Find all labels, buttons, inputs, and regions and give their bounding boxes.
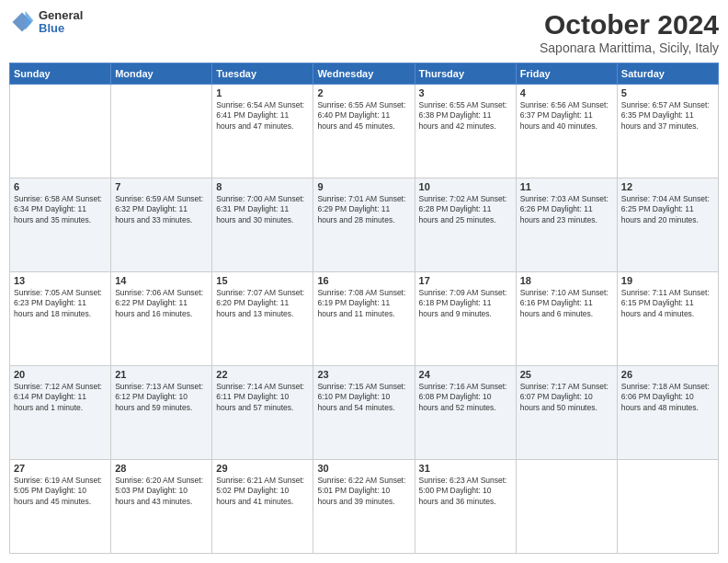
calendar-cell: 13Sunrise: 7:05 AM Sunset: 6:23 PM Dayli… — [10, 272, 111, 366]
calendar-cell: 4Sunrise: 6:56 AM Sunset: 6:37 PM Daylig… — [516, 85, 617, 178]
day-number: 17 — [419, 275, 512, 286]
cell-text: Sunrise: 6:22 AM Sunset: 5:01 PM Dayligh… — [317, 476, 410, 507]
cell-text: Sunrise: 6:19 AM Sunset: 5:05 PM Dayligh… — [14, 476, 107, 507]
cell-text: Sunrise: 7:14 AM Sunset: 6:11 PM Dayligh… — [216, 382, 309, 413]
day-number: 22 — [216, 369, 309, 380]
day-number: 8 — [216, 181, 309, 192]
cell-text: Sunrise: 7:08 AM Sunset: 6:19 PM Dayligh… — [317, 288, 410, 319]
day-number: 2 — [317, 87, 410, 98]
calendar-day-header: Monday — [111, 63, 212, 85]
calendar-cell: 15Sunrise: 7:07 AM Sunset: 6:20 PM Dayli… — [212, 272, 313, 366]
cell-text: Sunrise: 6:55 AM Sunset: 6:40 PM Dayligh… — [317, 100, 410, 132]
month-title: October 2024 — [540, 9, 719, 40]
cell-text: Sunrise: 7:12 AM Sunset: 6:14 PM Dayligh… — [14, 382, 107, 413]
calendar-day-header: Sunday — [10, 63, 111, 85]
calendar-header-row: SundayMondayTuesdayWednesdayThursdayFrid… — [10, 63, 719, 85]
svg-marker-1 — [26, 11, 34, 30]
day-number: 1 — [216, 87, 309, 98]
cell-text: Sunrise: 6:58 AM Sunset: 6:34 PM Dayligh… — [14, 194, 107, 225]
calendar-cell: 26Sunrise: 7:18 AM Sunset: 6:06 PM Dayli… — [617, 366, 718, 460]
day-number: 13 — [14, 275, 107, 286]
calendar-week-row: 27Sunrise: 6:19 AM Sunset: 5:05 PM Dayli… — [10, 460, 719, 554]
calendar-day-header: Wednesday — [313, 63, 415, 85]
day-number: 15 — [216, 275, 309, 286]
cell-text: Sunrise: 6:56 AM Sunset: 6:37 PM Dayligh… — [520, 100, 613, 132]
calendar-cell: 16Sunrise: 7:08 AM Sunset: 6:19 PM Dayli… — [313, 272, 415, 366]
cell-text: Sunrise: 7:09 AM Sunset: 6:18 PM Dayligh… — [419, 288, 512, 319]
calendar-week-row: 1Sunrise: 6:54 AM Sunset: 6:41 PM Daylig… — [10, 85, 719, 178]
subtitle: Saponara Marittima, Sicily, Italy — [540, 40, 719, 55]
day-number: 23 — [317, 369, 410, 380]
calendar-cell: 19Sunrise: 7:11 AM Sunset: 6:15 PM Dayli… — [617, 272, 718, 366]
day-number: 21 — [115, 369, 208, 380]
calendar-cell: 22Sunrise: 7:14 AM Sunset: 6:11 PM Dayli… — [212, 366, 313, 460]
calendar-cell: 31Sunrise: 6:23 AM Sunset: 5:00 PM Dayli… — [415, 460, 516, 554]
calendar-cell: 21Sunrise: 7:13 AM Sunset: 6:12 PM Dayli… — [111, 366, 212, 460]
day-number: 11 — [520, 181, 613, 192]
cell-text: Sunrise: 6:54 AM Sunset: 6:41 PM Dayligh… — [216, 100, 309, 132]
page: General Blue October 2024 Saponara Marit… — [0, 0, 728, 563]
cell-text: Sunrise: 7:15 AM Sunset: 6:10 PM Dayligh… — [317, 382, 410, 413]
cell-text: Sunrise: 7:05 AM Sunset: 6:23 PM Dayligh… — [14, 288, 107, 319]
calendar-cell: 27Sunrise: 6:19 AM Sunset: 5:05 PM Dayli… — [10, 460, 111, 554]
cell-text: Sunrise: 7:00 AM Sunset: 6:31 PM Dayligh… — [216, 194, 309, 225]
cell-text: Sunrise: 7:13 AM Sunset: 6:12 PM Dayligh… — [115, 382, 208, 413]
calendar-cell: 17Sunrise: 7:09 AM Sunset: 6:18 PM Dayli… — [415, 272, 516, 366]
day-number: 5 — [621, 87, 714, 98]
cell-text: Sunrise: 6:59 AM Sunset: 6:32 PM Dayligh… — [115, 194, 208, 225]
calendar-cell: 29Sunrise: 6:21 AM Sunset: 5:02 PM Dayli… — [212, 460, 313, 554]
cell-text: Sunrise: 7:07 AM Sunset: 6:20 PM Dayligh… — [216, 288, 309, 319]
calendar-cell — [516, 460, 617, 554]
calendar-cell: 18Sunrise: 7:10 AM Sunset: 6:16 PM Dayli… — [516, 272, 617, 366]
calendar-cell: 10Sunrise: 7:02 AM Sunset: 6:28 PM Dayli… — [415, 178, 516, 272]
title-block: October 2024 Saponara Marittima, Sicily,… — [540, 9, 719, 55]
day-number: 25 — [520, 369, 613, 380]
header: General Blue October 2024 Saponara Marit… — [9, 9, 719, 55]
calendar-table: SundayMondayTuesdayWednesdayThursdayFrid… — [9, 63, 719, 554]
calendar-cell: 5Sunrise: 6:57 AM Sunset: 6:35 PM Daylig… — [617, 85, 718, 178]
calendar-cell: 20Sunrise: 7:12 AM Sunset: 6:14 PM Dayli… — [10, 366, 111, 460]
cell-text: Sunrise: 6:55 AM Sunset: 6:38 PM Dayligh… — [419, 100, 512, 132]
logo-blue: Blue — [39, 22, 83, 35]
cell-text: Sunrise: 7:11 AM Sunset: 6:15 PM Dayligh… — [621, 288, 714, 319]
calendar-cell — [10, 85, 111, 178]
calendar-cell: 6Sunrise: 6:58 AM Sunset: 6:34 PM Daylig… — [10, 178, 111, 272]
calendar-day-header: Tuesday — [212, 63, 313, 85]
calendar-week-row: 20Sunrise: 7:12 AM Sunset: 6:14 PM Dayli… — [10, 366, 719, 460]
calendar-cell: 2Sunrise: 6:55 AM Sunset: 6:40 PM Daylig… — [313, 85, 415, 178]
day-number: 6 — [14, 181, 107, 192]
logo-text: General Blue — [39, 9, 83, 36]
calendar-cell: 9Sunrise: 7:01 AM Sunset: 6:29 PM Daylig… — [313, 178, 415, 272]
calendar-day-header: Thursday — [415, 63, 516, 85]
day-number: 27 — [14, 463, 107, 474]
cell-text: Sunrise: 7:02 AM Sunset: 6:28 PM Dayligh… — [419, 194, 512, 225]
day-number: 31 — [419, 463, 512, 474]
cell-text: Sunrise: 7:17 AM Sunset: 6:07 PM Dayligh… — [520, 382, 613, 413]
day-number: 14 — [115, 275, 208, 286]
calendar-cell: 24Sunrise: 7:16 AM Sunset: 6:08 PM Dayli… — [415, 366, 516, 460]
calendar-cell: 7Sunrise: 6:59 AM Sunset: 6:32 PM Daylig… — [111, 178, 212, 272]
calendar-cell: 25Sunrise: 7:17 AM Sunset: 6:07 PM Dayli… — [516, 366, 617, 460]
calendar-cell: 30Sunrise: 6:22 AM Sunset: 5:01 PM Dayli… — [313, 460, 415, 554]
calendar-cell — [111, 85, 212, 178]
calendar-cell: 8Sunrise: 7:00 AM Sunset: 6:31 PM Daylig… — [212, 178, 313, 272]
cell-text: Sunrise: 7:03 AM Sunset: 6:26 PM Dayligh… — [520, 194, 613, 225]
logo-icon — [9, 9, 35, 35]
cell-text: Sunrise: 7:16 AM Sunset: 6:08 PM Dayligh… — [419, 382, 512, 413]
day-number: 9 — [317, 181, 410, 192]
day-number: 12 — [621, 181, 714, 192]
calendar-cell: 12Sunrise: 7:04 AM Sunset: 6:25 PM Dayli… — [617, 178, 718, 272]
calendar-cell: 3Sunrise: 6:55 AM Sunset: 6:38 PM Daylig… — [415, 85, 516, 178]
calendar-cell: 11Sunrise: 7:03 AM Sunset: 6:26 PM Dayli… — [516, 178, 617, 272]
day-number: 18 — [520, 275, 613, 286]
calendar-day-header: Saturday — [617, 63, 718, 85]
day-number: 3 — [419, 87, 512, 98]
cell-text: Sunrise: 7:01 AM Sunset: 6:29 PM Dayligh… — [317, 194, 410, 225]
calendar-week-row: 13Sunrise: 7:05 AM Sunset: 6:23 PM Dayli… — [10, 272, 719, 366]
calendar-day-header: Friday — [516, 63, 617, 85]
cell-text: Sunrise: 7:10 AM Sunset: 6:16 PM Dayligh… — [520, 288, 613, 319]
cell-text: Sunrise: 7:06 AM Sunset: 6:22 PM Dayligh… — [115, 288, 208, 319]
cell-text: Sunrise: 6:21 AM Sunset: 5:02 PM Dayligh… — [216, 476, 309, 507]
logo: General Blue — [9, 9, 83, 36]
calendar-cell: 1Sunrise: 6:54 AM Sunset: 6:41 PM Daylig… — [212, 85, 313, 178]
